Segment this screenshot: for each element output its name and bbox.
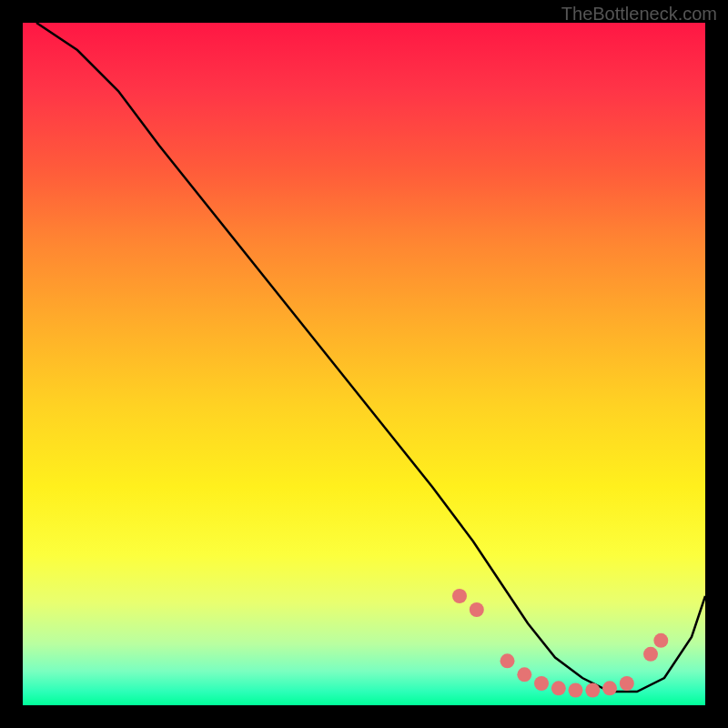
watermark-text: TheBottleneck.com <box>561 4 717 25</box>
chart-gradient-background <box>23 23 705 705</box>
